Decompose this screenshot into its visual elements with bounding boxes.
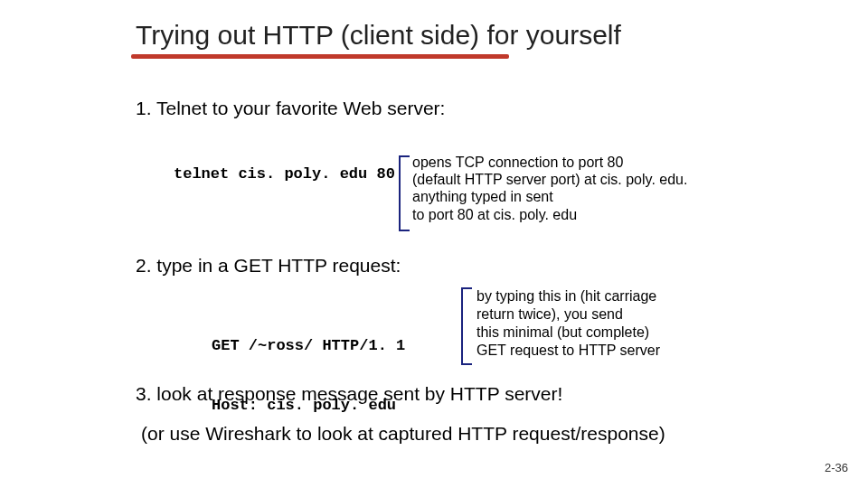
note-1-line: opens TCP connection to port 80 bbox=[412, 154, 738, 171]
note-2-line: GET request to HTTP server bbox=[476, 342, 721, 360]
title-underline bbox=[131, 54, 509, 59]
note-1-line: to port 80 at cis. poly. edu bbox=[412, 206, 738, 223]
slide: Trying out HTTP (client side) for yourse… bbox=[0, 0, 868, 488]
note-1-line: anything typed in sent bbox=[412, 188, 738, 205]
step-1-text: 1. Telnet to your favorite Web server: bbox=[136, 98, 445, 119]
note-2-line: by typing this in (hit carriage bbox=[476, 287, 721, 305]
note-2-line: return twice), you send bbox=[476, 305, 721, 324]
bracket-icon bbox=[461, 287, 472, 365]
step-2-text: 2. type in a GET HTTP request: bbox=[136, 255, 401, 277]
slide-number: 2-36 bbox=[825, 461, 848, 474]
step-3-text: 3. look at response message sent by HTTP… bbox=[136, 383, 562, 405]
note-2-line: this minimal (but complete) bbox=[476, 324, 721, 342]
note-1-line: (default HTTP server port) at cis. poly.… bbox=[412, 171, 738, 188]
wireshark-note: (or use Wireshark to look at captured HT… bbox=[141, 423, 665, 445]
bracket-icon bbox=[399, 155, 410, 231]
note-2: by typing this in (hit carriage return t… bbox=[476, 287, 721, 360]
note-1: opens TCP connection to port 80 (default… bbox=[412, 154, 738, 223]
slide-title: Trying out HTTP (client side) for yourse… bbox=[136, 20, 621, 51]
code-line: GET /~ross/ HTTP/1. 1 bbox=[212, 336, 405, 356]
telnet-command: telnet cis. poly. edu 80 bbox=[174, 165, 395, 183]
